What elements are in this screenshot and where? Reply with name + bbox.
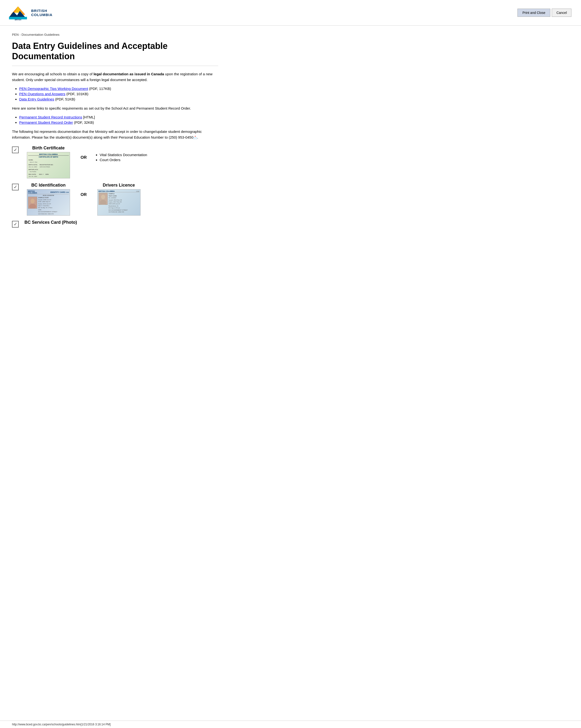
svg-point-7 <box>30 199 34 204</box>
intro-paragraph: We are encouraging all schools to obtain… <box>12 71 218 83</box>
data-entry-link[interactable]: Data Entry Guidelines <box>19 97 54 101</box>
bc-id-title: BC Identification <box>31 183 66 188</box>
page-header: BRITISH BRITISH COLUMBIA Print and Close… <box>0 0 581 26</box>
svg-point-10 <box>101 195 105 199</box>
breadcrumb: PEN - Documentation Guidelines <box>12 33 218 36</box>
or-label-id: OR <box>76 183 91 197</box>
list-item: Permanent Student Record Instructions [H… <box>19 115 218 119</box>
dl-image: BRITISH COLUMBIA CAN SAMPLE <box>97 189 140 215</box>
psr-instructions-link[interactable]: Permanent Student Record Instructions <box>19 115 82 119</box>
main-content: PEN - Documentation Guidelines Data Entr… <box>0 26 230 241</box>
list-item: PEN Questions and Answers (PDF, 101KB) <box>19 92 218 96</box>
footer-url: http://www.bced.gov.bc.ca/pen/schools/gu… <box>12 723 110 726</box>
logo-text: BRITISH COLUMBIA <box>31 9 53 17</box>
fax-icon: 📩 <box>193 136 197 139</box>
list-item: Permanent Student Record Order (PDF, 32K… <box>19 120 218 125</box>
checkmark-icon: ✓ <box>12 184 19 190</box>
fax-text: The following list represents documentat… <box>12 129 218 140</box>
psr-order-link[interactable]: Permanent Student Record Order <box>19 120 73 125</box>
pdf-size: (PDF, 51KB) <box>55 97 75 101</box>
bc-id-cell: BC Identification BRITISHCOLUMBIA IDENTI… <box>24 183 73 215</box>
or-label-birth: OR <box>76 146 91 160</box>
checkbox-birth-cert: ✓ <box>12 146 21 153</box>
pdf-links-list: PEN Demographic Tips Working Document (P… <box>19 86 218 101</box>
services-card-title: BC Services Card (Photo) <box>24 220 77 225</box>
pen-demographic-link[interactable]: PEN Demographic Tips Working Document <box>19 86 88 90</box>
id-photo <box>28 197 37 209</box>
pen-qa-link[interactable]: PEN Questions and Answers <box>19 92 65 96</box>
doc-row-birth-cert: ✓ Birth Certificate BRITISH COLUMBIA CER… <box>12 146 218 178</box>
logo-area: BRITISH BRITISH COLUMBIA <box>7 4 53 21</box>
cancel-button[interactable]: Cancel <box>552 9 572 17</box>
pdf-size: (PDF, 32KB) <box>74 120 94 125</box>
checkmark-icon: ✓ <box>12 147 19 153</box>
birth-cert-image: BRITISH COLUMBIA CERTIFICATE OF BIRTH NA… <box>27 152 70 178</box>
dl-title: Drivers Licence <box>103 183 135 188</box>
page-title: Data Entry Guidelines and Acceptable Doc… <box>12 41 218 61</box>
header-buttons: Print and Close Cancel <box>518 9 572 17</box>
list-item: Court Orders <box>100 158 147 162</box>
page-footer: http://www.bced.gov.bc.ca/pen/schools/gu… <box>0 721 581 728</box>
html-links-list: Permanent Student Record Instructions [H… <box>19 115 218 125</box>
alt-list-birth: Vital Statistics Documentation Court Ord… <box>100 153 147 163</box>
link-suffix: [HTML] <box>83 115 95 119</box>
intro-bold: legal documentation as issued in Canada <box>94 72 164 76</box>
checkbox-bc-id: ✓ <box>12 183 21 190</box>
checkbox-services-card: ✓ <box>12 220 21 228</box>
svg-text:BRITISH: BRITISH <box>15 19 21 21</box>
print-and-close-button[interactable]: Print and Close <box>518 9 551 17</box>
checkmark-icon: ✓ <box>12 221 19 228</box>
dl-cell: Drivers Licence BRITISH COLUMBIA CAN <box>95 183 143 215</box>
bc-logo-icon: BRITISH <box>7 4 29 21</box>
services-card-cell: BC Services Card (Photo) <box>24 220 77 226</box>
list-item: Vital Statistics Documentation <box>100 153 147 157</box>
bc-id-image: BRITISHCOLUMBIA IDENTITY CARD CAN BCID:1… <box>27 189 70 215</box>
section2-text: Here are some links to specific requirem… <box>12 105 218 111</box>
dl-photo <box>99 193 108 205</box>
pdf-size: (PDF, 101KB) <box>67 92 88 96</box>
alt-cell-birth: Vital Statistics Documentation Court Ord… <box>95 146 147 163</box>
list-item: Data Entry Guidelines (PDF, 51KB) <box>19 97 218 101</box>
list-item: PEN Demographic Tips Working Document (P… <box>19 86 218 90</box>
birth-cert-cell: Birth Certificate BRITISH COLUMBIA CERTI… <box>24 146 73 178</box>
doc-row-services-card: ✓ BC Services Card (Photo) <box>12 220 218 228</box>
birth-cert-title: Birth Certificate <box>32 146 64 151</box>
doc-row-bc-id: ✓ BC Identification BRITISHCOLUMBIA IDEN… <box>12 183 218 215</box>
pdf-size: (PDF, 117KB) <box>89 86 111 90</box>
